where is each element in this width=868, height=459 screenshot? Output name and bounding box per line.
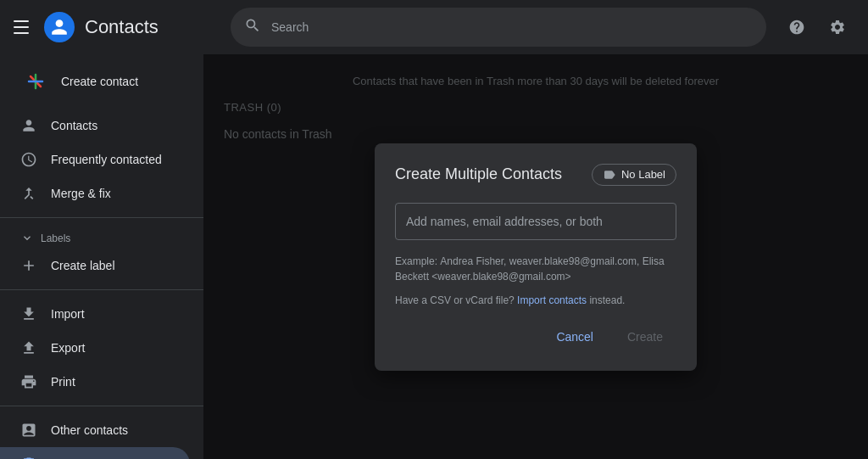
menu-button[interactable] [14, 17, 34, 37]
create-button[interactable]: Create [614, 323, 676, 350]
sidebar-item-export-label: Export [51, 341, 85, 355]
sidebar-item-frequently[interactable]: Frequently contacted [0, 143, 190, 176]
labels-section: Labels [0, 225, 203, 249]
clock-icon [20, 151, 37, 168]
merge-icon [20, 185, 37, 202]
help-button[interactable] [780, 10, 814, 44]
divider-3 [0, 406, 203, 406]
create-contact-label: Create contact [61, 75, 138, 88]
sidebar-item-contacts-label: Contacts [51, 119, 97, 132]
create-plus-icon [20, 66, 51, 97]
sidebar-item-export[interactable]: Export [0, 331, 190, 365]
trash-icon [20, 456, 37, 459]
main-layout: Create contact Contacts Frequently conta… [0, 54, 868, 459]
content-area: Contacts that have been in Trash more th… [203, 54, 868, 459]
sidebar-item-create-label[interactable]: Create label [0, 249, 190, 283]
topbar-left: Contacts [14, 12, 217, 42]
import-contacts-link[interactable]: Import contacts [517, 294, 587, 306]
label-badge-button[interactable]: No Label [592, 164, 676, 186]
sidebar-item-trash[interactable]: Trash [0, 447, 190, 459]
dialog: Create Multiple Contacts No Label Add na… [375, 143, 697, 371]
print-icon [20, 373, 37, 390]
divider-1 [0, 217, 203, 218]
dialog-title: Create Multiple Contacts [395, 165, 562, 183]
avatar [44, 12, 75, 42]
export-icon [20, 339, 37, 356]
search-placeholder: Search [271, 20, 309, 34]
sidebar-item-frequently-label: Frequently contacted [51, 153, 162, 166]
cancel-button[interactable]: Cancel [542, 323, 607, 350]
sidebar-item-import[interactable]: Import [0, 297, 190, 331]
sidebar-item-print[interactable]: Print [0, 365, 190, 399]
dialog-csv-line: Have a CSV or vCard file? Import contact… [395, 294, 676, 306]
dialog-actions: Cancel Create [395, 323, 676, 350]
search-bar[interactable]: Search [231, 8, 766, 47]
sidebar-item-other-contacts-label: Other contacts [51, 423, 128, 437]
csv-prefix: Have a CSV or vCard file? [395, 294, 517, 306]
person-icon [20, 117, 37, 134]
modal-overlay: Create Multiple Contacts No Label Add na… [203, 54, 868, 459]
dialog-input-placeholder: Add names, email addresses, or both [406, 215, 603, 228]
dialog-input-area[interactable]: Add names, email addresses, or both [395, 203, 676, 240]
csv-suffix: instead. [587, 294, 625, 306]
divider-2 [0, 289, 203, 290]
label-badge-text: No Label [621, 168, 665, 181]
sidebar: Create contact Contacts Frequently conta… [0, 54, 203, 459]
app-title: Contacts [85, 16, 159, 38]
dialog-example: Example: Andrea Fisher, weaver.blake98@g… [395, 254, 676, 284]
topbar-right [780, 10, 854, 44]
other-contacts-icon [20, 422, 37, 439]
labels-section-label: Labels [41, 232, 70, 244]
settings-button[interactable] [821, 10, 854, 44]
search-icon [244, 17, 261, 37]
sidebar-item-contacts[interactable]: Contacts [0, 109, 190, 143]
dialog-header: Create Multiple Contacts No Label [395, 164, 676, 186]
sidebar-item-print-label: Print [51, 375, 75, 389]
topbar: Contacts Search [0, 0, 868, 54]
create-label-text: Create label [51, 259, 115, 272]
sidebar-item-import-label: Import [51, 307, 85, 321]
create-contact-button[interactable]: Create contact [0, 61, 203, 102]
add-icon [20, 257, 37, 274]
example-prefix: Example: [395, 255, 440, 267]
sidebar-item-merge-label: Merge & fix [51, 187, 111, 200]
sidebar-item-merge[interactable]: Merge & fix [0, 176, 190, 210]
import-icon [20, 305, 37, 322]
sidebar-item-other-contacts[interactable]: Other contacts [0, 413, 190, 447]
